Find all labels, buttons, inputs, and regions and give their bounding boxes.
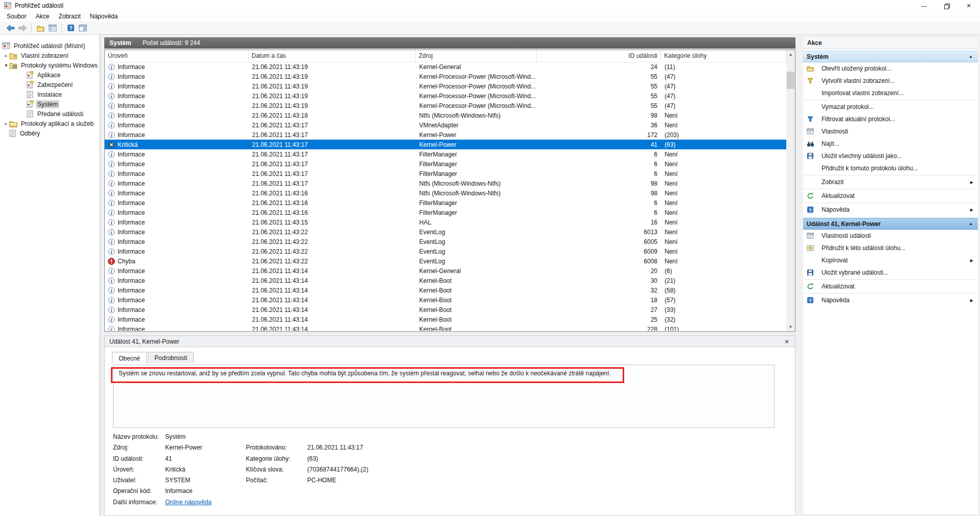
table-row[interactable]: iInformace21.06.2021 11:43:19Kernel-Proc…: [105, 91, 786, 101]
expander-expanded-icon[interactable]: ▾: [3, 62, 9, 68]
tab-podrobnosti[interactable]: Podrobnosti: [148, 352, 194, 363]
collapse-icon[interactable]: ▲: [969, 221, 973, 226]
preview-close-icon[interactable]: ✕: [783, 338, 791, 346]
menu-item-soubor[interactable]: Soubor: [2, 12, 31, 21]
restore-button[interactable]: [935, 0, 958, 11]
console-pane-button[interactable]: [47, 23, 59, 34]
action-item-naj-t[interactable]: Najít...: [803, 138, 978, 150]
action-item-label: Filtrovat aktuální protokol...: [822, 116, 895, 123]
table-row[interactable]: iInformace21.06.2021 11:43:17FilterManag…: [105, 169, 786, 178]
table-row[interactable]: iInformace21.06.2021 11:43:19Kernel-Proc…: [105, 101, 786, 110]
action-item-otev-t-ulo-en-protokol[interactable]: Otevřít uložený protokol...: [803, 62, 978, 75]
tab-obecn-[interactable]: Obecné: [112, 352, 147, 364]
close-button[interactable]: ✕: [958, 0, 980, 11]
date-cell: 21.06.2021 11:43:17: [248, 141, 416, 148]
action-item-label: Zobrazit: [822, 178, 844, 186]
svg-text:i: i: [111, 122, 112, 128]
open-saved-log-button[interactable]: [34, 23, 47, 34]
table-row[interactable]: iInformace21.06.2021 11:43:15HAL16Není: [105, 217, 786, 227]
table-row[interactable]: iInformace21.06.2021 11:43:17FilterManag…: [105, 149, 786, 159]
column-header-id-ud-losti[interactable]: ID události: [537, 50, 661, 62]
level-label: Informace: [118, 297, 145, 304]
action-pane-button[interactable]: [77, 23, 89, 34]
action-item-vlastnosti[interactable]: Vlastnosti: [803, 125, 978, 138]
column-header-kategorie-lohy[interactable]: Kategorie úlohy: [661, 50, 786, 62]
expander-collapsed-icon[interactable]: ▸: [3, 53, 9, 58]
tree-item-aplikace[interactable]: Aplikace: [0, 70, 100, 80]
table-row[interactable]: iInformace21.06.2021 11:43:14Kernel-Boot…: [105, 295, 786, 305]
table-row[interactable]: iInformace21.06.2021 11:43:14Kernel-Boot…: [105, 285, 786, 295]
tree-item-protokoly-aplikac-a-slu-eb[interactable]: ▸Protokoly aplikací a služeb: [0, 119, 100, 128]
tree-item-zabezpe-en-[interactable]: Zabezpečení: [0, 80, 100, 89]
action-item-aktualizovat[interactable]: Aktualizovat: [803, 280, 978, 293]
action-item-filtrovat-aktu-ln-protokol[interactable]: Filtrovat aktuální protokol...: [803, 113, 978, 125]
scroll-up-icon[interactable]: ▲: [786, 50, 795, 59]
table-row[interactable]: Chyba21.06.2021 11:43:22EventLog6008Není: [105, 256, 786, 266]
tree-item-odb-ry[interactable]: Odběry: [0, 128, 100, 138]
vertical-scrollbar[interactable]: ▲ ▼: [786, 50, 795, 331]
table-row[interactable]: iInformace21.06.2021 11:43:16FilterManag…: [105, 208, 786, 217]
tree-item-prohl-e-ud-lost-m-stn-[interactable]: Prohlížeč událostí (Místní): [0, 41, 100, 51]
table-row[interactable]: iInformace21.06.2021 11:43:14Kernel-Boot…: [105, 315, 786, 324]
menu-item-akce[interactable]: Akce: [31, 12, 54, 21]
table-row[interactable]: iInformace21.06.2021 11:43:18Ntfs (Micro…: [105, 110, 786, 120]
table-row[interactable]: iInformace21.06.2021 11:43:14Kernel-Boot…: [105, 324, 786, 331]
table-row[interactable]: iInformace21.06.2021 11:43:17VMnetAdapte…: [105, 120, 786, 130]
action-item-p-idru-it-k-tomuto-protokolu-lohu[interactable]: Přidružit k tomuto protokolu úlohu...: [803, 162, 978, 174]
scrollbar-thumb[interactable]: [787, 72, 794, 89]
action-item-n-pov-da[interactable]: ?Nápověda▶: [803, 294, 978, 306]
table-row[interactable]: iInformace21.06.2021 11:43:22EventLog600…: [105, 246, 786, 256]
action-group-header[interactable]: Událost 41, Kernel-Power▲: [803, 218, 978, 230]
tree-item-p-edan-ud-losti[interactable]: Předané události: [0, 109, 100, 119]
minimize-button[interactable]: —: [913, 0, 935, 11]
event-id-cell: 16: [537, 219, 661, 226]
menu-item-npovda[interactable]: Nápověda: [85, 12, 123, 21]
action-item-vlastnosti-ud-losti[interactable]: Vlastnosti události: [803, 230, 978, 242]
table-row[interactable]: iInformace21.06.2021 11:43:14Kernel-Boot…: [105, 276, 786, 285]
action-item-zobrazit[interactable]: Zobrazit▶: [803, 176, 978, 188]
table-row[interactable]: iInformace21.06.2021 11:43:22EventLog601…: [105, 227, 786, 237]
action-item-n-pov-da[interactable]: ?Nápověda▶: [803, 204, 978, 216]
table-row[interactable]: iInformace21.06.2021 11:43:16Ntfs (Micro…: [105, 188, 786, 198]
column-header-datum-a-as[interactable]: Datum a čas: [248, 50, 416, 62]
level-label: Informace: [118, 63, 145, 71]
collapse-icon[interactable]: ▲: [969, 54, 973, 59]
table-row[interactable]: iInformace21.06.2021 11:43:22EventLog600…: [105, 237, 786, 246]
tree-item-protokoly-syst-mu-windows[interactable]: ▾Protokoly systému Windows: [0, 60, 100, 70]
action-item-vytvo-it-vlastn-zobrazen[interactable]: Vytvořit vlastní zobrazení...: [803, 75, 978, 87]
table-row[interactable]: Kritická21.06.2021 11:43:17Kernel-Power4…: [105, 140, 786, 149]
action-item-kop-rovat[interactable]: Kopírovat▶: [803, 254, 978, 266]
tree-item-vlastn-zobrazen-[interactable]: ▸Vlastní zobrazení: [0, 51, 100, 60]
table-row[interactable]: iInformace21.06.2021 11:43:19Kernel-Proc…: [105, 81, 786, 91]
scroll-down-icon[interactable]: ▼: [786, 323, 795, 331]
tree-item-instalace[interactable]: Instalace: [0, 89, 100, 99]
back-button[interactable]: [4, 23, 16, 34]
online-help-link[interactable]: Online nápověda: [165, 499, 246, 506]
help-button[interactable]: ?: [64, 23, 77, 34]
table-row[interactable]: iInformace21.06.2021 11:43:17Kernel-Powe…: [105, 130, 786, 140]
column-header-zdroj[interactable]: Zdroj: [416, 50, 537, 62]
table-row[interactable]: iInformace21.06.2021 11:43:19Kernel-Gene…: [105, 62, 786, 72]
tree-item-syst-m[interactable]: Systém: [0, 99, 100, 109]
action-group-header[interactable]: Systém▲: [803, 51, 978, 62]
info-level-icon: i: [108, 151, 115, 158]
action-item-vymazat-protokol[interactable]: Vymazat protokol...: [803, 101, 978, 113]
level-label: Informace: [118, 151, 145, 158]
level-label: Informace: [118, 190, 145, 197]
table-row[interactable]: iInformace21.06.2021 11:43:14Kernel-Gene…: [105, 266, 786, 276]
table-row[interactable]: iInformace21.06.2021 11:43:17FilterManag…: [105, 159, 786, 169]
action-item-aktualizovat[interactable]: Aktualizovat: [803, 190, 978, 202]
action-item-p-idru-it-k-t-to-ud-losti-lohu[interactable]: Přidružit k této události úlohu...: [803, 242, 978, 254]
table-row[interactable]: iInformace21.06.2021 11:43:14Kernel-Boot…: [105, 305, 786, 315]
table-row[interactable]: iInformace21.06.2021 11:43:17Ntfs (Micro…: [105, 178, 786, 188]
table-row[interactable]: iInformace21.06.2021 11:43:19Kernel-Proc…: [105, 72, 786, 81]
action-item-ulo-it-v-echny-ud-losti-jako[interactable]: Uložit všechny události jako...: [803, 150, 978, 162]
expander-collapsed-icon[interactable]: ▸: [3, 121, 9, 126]
column-header--rove-[interactable]: Úroveň: [105, 50, 248, 62]
forward-button[interactable]: [16, 23, 29, 34]
action-item-ulo-it-vybran-ud-losti[interactable]: Uložit vybrané události...: [803, 266, 978, 279]
action-item-importovat-vlastn-zobrazen[interactable]: Importovat vlastní zobrazení...: [803, 87, 978, 99]
table-row[interactable]: iInformace21.06.2021 11:43:16FilterManag…: [105, 198, 786, 208]
info-level-icon: i: [108, 316, 115, 323]
menu-item-zobrazit[interactable]: Zobrazit: [54, 12, 85, 21]
